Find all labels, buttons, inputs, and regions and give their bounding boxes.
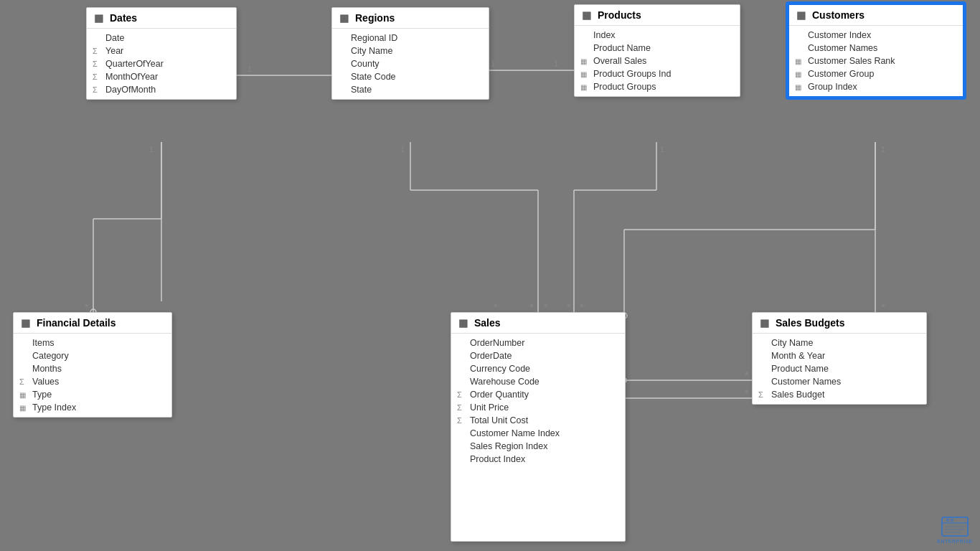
field-label: Customer Names <box>771 377 841 387</box>
field-label: Product Index <box>470 454 525 464</box>
table-row: State <box>332 83 489 96</box>
table-row: OrderDate <box>451 349 625 362</box>
field-label: Currency Code <box>470 364 530 374</box>
svg-text:*: * <box>529 301 534 313</box>
field-label: OrderDate <box>470 351 512 361</box>
financial-details-icon: ▦ <box>21 317 32 329</box>
row-icon: Σ <box>457 416 467 425</box>
table-row: Σ Total Unit Cost <box>451 414 625 427</box>
field-label: Items <box>32 338 55 348</box>
table-row: Customer Index <box>789 29 963 42</box>
table-row: Customer Name Index <box>451 427 625 440</box>
products-table[interactable]: ▦ Products Index Product Name ▦ Overall … <box>574 4 740 97</box>
regions-table-header: ▦ Regions <box>332 8 489 29</box>
dates-table-icon: ▦ <box>94 12 105 24</box>
regions-table-title: Regions <box>355 12 395 24</box>
table-row: Regional ID <box>332 32 489 44</box>
table-row: Σ DayOfMonth <box>87 83 236 96</box>
regions-table-body: Regional ID City Name County State Code … <box>332 29 489 99</box>
field-label: Group Index <box>808 82 857 92</box>
table-row: Months <box>14 362 171 375</box>
table-row: ▦ Customer Group <box>789 67 963 80</box>
table-row: OrderNumber <box>451 336 625 349</box>
field-label: MonthOfYear <box>105 72 158 82</box>
regions-table-icon: ▦ <box>339 12 351 24</box>
table-row: Warehouse Code <box>451 375 625 388</box>
table-row: Σ Year <box>87 44 236 57</box>
svg-rect-42 <box>951 519 953 522</box>
row-icon: Σ <box>457 390 467 399</box>
sales-budgets-table-body[interactable]: City Name Month & Year Product Name Cust… <box>753 334 926 404</box>
field-label: Date <box>105 33 124 43</box>
financial-details-title: Financial Details <box>37 317 116 329</box>
sales-budgets-table[interactable]: ▦ Sales Budgets City Name Month & Year P… <box>752 312 927 405</box>
field-label: Order Quantity <box>470 390 529 400</box>
field-label: State Code <box>351 72 396 82</box>
svg-text:1: 1 <box>881 145 885 154</box>
table-row: Customer Names <box>789 42 963 55</box>
svg-text:1: 1 <box>554 60 558 68</box>
sales-table-header: ▦ Sales <box>451 313 625 334</box>
table-row: Product Name <box>575 42 740 55</box>
field-label: Warehouse Code <box>470 377 540 387</box>
field-label: Sales Region Index <box>470 441 547 451</box>
table-row: City Name <box>753 336 926 349</box>
field-label: Values <box>32 377 59 387</box>
table-row: City Name <box>332 44 489 57</box>
row-icon: Σ <box>758 390 768 399</box>
svg-text:*: * <box>881 301 885 313</box>
table-row: ▦ Customer Sales Rank <box>789 55 963 67</box>
sales-table[interactable]: ▦ Sales OrderNumber OrderDate Currency C… <box>451 312 626 542</box>
customers-table[interactable]: ▦ Customers Customer Index Customer Name… <box>787 3 965 98</box>
table-row: Month & Year <box>753 349 926 362</box>
field-label: DayOfMonth <box>105 85 156 95</box>
products-table-header: ▦ Products <box>575 5 740 26</box>
field-label: Type <box>32 390 52 400</box>
sales-budgets-icon: ▦ <box>760 317 771 329</box>
field-label: QuarterOfYear <box>105 59 164 69</box>
customers-table-body: Customer Index Customer Names ▦ Customer… <box>789 26 963 96</box>
financial-details-table-header: ▦ Financial Details <box>14 313 171 334</box>
dates-table-body: Date Σ Year Σ QuarterOfYear Σ MonthOfYea… <box>87 29 236 99</box>
table-row: Items <box>14 336 171 349</box>
row-icon: ▦ <box>795 57 805 65</box>
field-label: Index <box>593 30 616 40</box>
table-row: Σ Values <box>14 375 171 388</box>
svg-text:*: * <box>567 301 571 313</box>
products-table-title: Products <box>598 9 641 21</box>
table-row: ▦ Type Index <box>14 401 171 414</box>
svg-text:1: 1 <box>400 145 405 154</box>
sales-budgets-table-header: ▦ Sales Budgets <box>753 313 926 334</box>
field-label: Overall Sales <box>593 56 646 66</box>
row-icon: ▦ <box>580 70 590 78</box>
row-icon: ▦ <box>19 391 29 399</box>
table-row: County <box>332 57 489 70</box>
field-label: Months <box>32 364 62 374</box>
customers-table-icon: ▦ <box>796 9 808 21</box>
financial-details-table[interactable]: ▦ Financial Details Items Category Month… <box>13 312 172 418</box>
svg-text:1: 1 <box>660 145 664 154</box>
dates-table-header: ▦ Dates <box>87 8 236 29</box>
field-label: State <box>351 85 372 95</box>
table-row: Index <box>575 29 740 42</box>
table-row: Product Name <box>753 362 926 375</box>
table-row: Σ Sales Budget <box>753 388 926 401</box>
table-row: Σ Order Quantity <box>451 388 625 401</box>
field-label: City Name <box>351 46 392 56</box>
sales-table-body[interactable]: OrderNumber OrderDate Currency Code Ware… <box>451 334 625 468</box>
table-row: Σ MonthOfYear <box>87 70 236 83</box>
svg-text:*: * <box>85 301 89 313</box>
dates-table[interactable]: ▦ Dates Date Σ Year Σ QuarterOfYear Σ Mo… <box>86 7 237 100</box>
row-icon: ▦ <box>19 404 29 412</box>
sales-budgets-title: Sales Budgets <box>776 317 844 329</box>
table-row: ▦ Product Groups Ind <box>575 67 740 80</box>
field-label: Product Name <box>593 43 651 53</box>
svg-text:1: 1 <box>248 65 252 73</box>
regions-table[interactable]: ▦ Regions Regional ID City Name County S… <box>331 7 489 100</box>
row-icon: ▦ <box>795 70 805 78</box>
table-row: Category <box>14 349 171 362</box>
table-row: Product Index <box>451 453 625 466</box>
svg-text:1: 1 <box>491 60 495 68</box>
products-table-body: Index Product Name ▦ Overall Sales ▦ Pro… <box>575 26 740 96</box>
table-row: Date <box>87 32 236 44</box>
